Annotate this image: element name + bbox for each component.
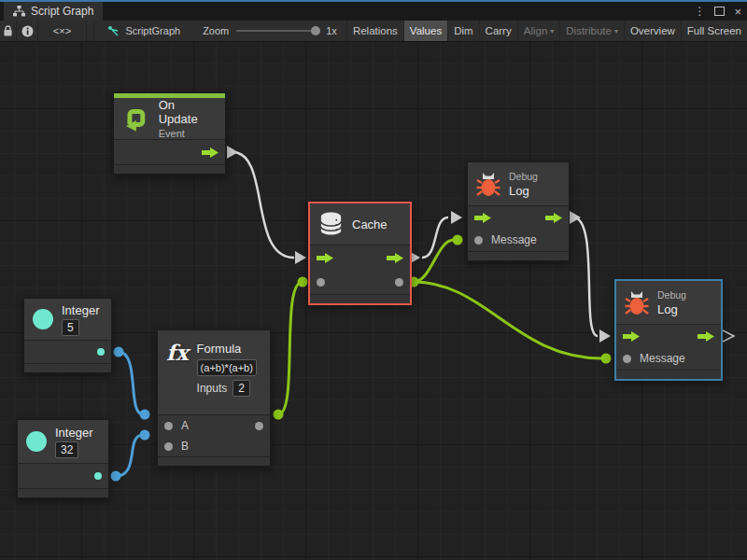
tab-script-graph[interactable]: Script Graph [4,2,103,21]
node-integer-32[interactable]: Integer 32 [17,419,109,498]
node-formula[interactable]: fx Formula (a+b)*(a+b) Inputs 2 A [157,329,271,467]
lock-button[interactable] [0,21,17,41]
node-footer [616,370,721,379]
wire-formula-to-cache-value[interactable] [278,282,303,414]
port-row [310,270,410,294]
distribute-button[interactable]: Distribute▾ [560,21,625,41]
node-integer-5[interactable]: Integer 5 [23,298,112,373]
wire-integer32-to-formula-b[interactable] [116,435,143,476]
database-icon [318,211,344,237]
node-title: Log [657,302,678,316]
port-row: Message [468,229,569,251]
window-menu-icon[interactable]: ⋮ [694,5,705,18]
values-button[interactable]: Values [404,21,448,41]
tab-title: Script Graph [31,5,93,18]
graph-asset-breadcrumb[interactable]: ScriptGraph [94,21,190,41]
full-screen-button[interactable]: Full Screen [682,21,747,41]
port-row [468,206,569,229]
flow-input-port[interactable] [474,213,491,223]
on-update-loop-icon [122,105,150,133]
wire-onupdate-to-cache[interactable] [233,152,294,258]
zoom-control: Zoom 1x [190,21,346,41]
integer-type-icon [33,309,53,329]
close-icon[interactable]: × [734,6,741,18]
value-connector-formula-a-in[interactable] [140,410,150,420]
node-cache[interactable]: Cache [308,202,412,305]
tab-bar: Script Graph ⋮ × [0,2,747,21]
flow-output-port[interactable] [698,331,714,342]
port-row [114,140,225,164]
value-connector-cache-in[interactable] [298,277,308,287]
node-title: Formula [197,342,242,356]
inputs-count-field[interactable]: 2 [233,380,250,397]
wire-debuglog1-to-debuglog2[interactable] [573,217,598,336]
port-row [18,464,108,488]
formula-fx-icon: fx [166,342,189,363]
zoom-label: Zoom [203,25,229,36]
flow-output-port[interactable] [387,253,403,263]
port-label: B [181,440,189,453]
flow-input-port[interactable] [317,253,333,263]
flow-connector-out-debuglog1[interactable] [570,211,581,224]
node-footer [310,294,410,303]
formula-input-b-port[interactable] [164,442,173,451]
integer-output-port[interactable] [94,472,102,480]
flow-arrowhead-debuglog1-in [451,211,462,224]
info-button[interactable] [17,21,38,41]
zoom-slider[interactable] [236,30,318,32]
flow-connector-out-onupdate[interactable] [227,146,238,159]
flow-input-port[interactable] [623,331,640,342]
value-output-port[interactable] [395,278,403,287]
value-connector-debuglog1-message[interactable] [453,235,463,245]
formula-output-port[interactable] [255,422,263,430]
bug-icon [476,172,500,197]
flow-output-port[interactable] [202,147,218,158]
node-title: Cache [352,217,388,231]
toolbar-buttons: Relations Values Dim Carry Align▾ Distri… [346,21,747,41]
node-footer [158,456,270,466]
dropdown-arrow-icon: ▾ [614,27,618,35]
value-connector-debuglog2-message[interactable] [601,354,612,364]
flow-output-port[interactable] [545,213,562,223]
relations-button[interactable]: Relations [347,21,404,41]
wire-cache-to-debuglog2-message[interactable] [414,282,602,358]
code-toggle-label: <×> [53,25,71,36]
dim-button[interactable]: Dim [448,21,479,41]
integer-type-icon [26,431,47,452]
overview-button[interactable]: Overview [625,21,682,41]
port-label: Message [491,233,537,246]
info-icon [21,25,34,37]
integer-value-field[interactable]: 32 [55,441,78,458]
code-view-toggle[interactable]: <×> [38,21,86,41]
integer-value-field[interactable]: 5 [62,319,79,336]
unity-visual-scripting-window: Script Graph ⋮ × <×> [0,0,747,560]
bug-icon [625,290,649,315]
graph-toolbar: <×> ScriptGraph Zoom 1x Relations Values… [0,21,747,42]
formula-expression-field[interactable]: (a+b)*(a+b) [197,359,257,376]
node-footer [114,164,225,174]
value-input-port[interactable] [317,278,325,287]
formula-input-a-port[interactable] [164,422,173,430]
message-input-port[interactable] [623,355,631,363]
value-connector-integer32-out[interactable] [111,471,121,482]
carry-button[interactable]: Carry [480,21,518,41]
value-connector-formula-out[interactable] [274,410,284,420]
graph-canvas[interactable]: On Update Event [0,42,747,560]
wire-cache-to-debuglog1[interactable] [422,217,448,258]
node-on-update[interactable]: On Update Event [113,92,226,175]
value-connector-integer5-out[interactable] [114,347,124,357]
node-debug-log-1[interactable]: Debug Log Message [467,161,570,261]
node-footer [24,363,111,372]
flow-connector-unconnected-debuglog2-out[interactable] [721,329,734,343]
wire-integer5-to-formula-a[interactable] [119,352,143,414]
node-debug-log-2[interactable]: Debug Log Message [614,279,723,381]
integer-output-port[interactable] [97,348,105,356]
message-input-port[interactable] [474,236,483,245]
wire-cache-to-debuglog1-message[interactable] [414,240,454,282]
flow-arrowhead-cache-in [295,251,306,264]
zoom-slider-handle[interactable] [311,26,320,35]
align-button[interactable]: Align▾ [518,21,561,41]
maximize-icon[interactable] [714,7,725,16]
value-connector-formula-b-in[interactable] [140,430,150,441]
dropdown-arrow-icon: ▾ [550,27,554,35]
